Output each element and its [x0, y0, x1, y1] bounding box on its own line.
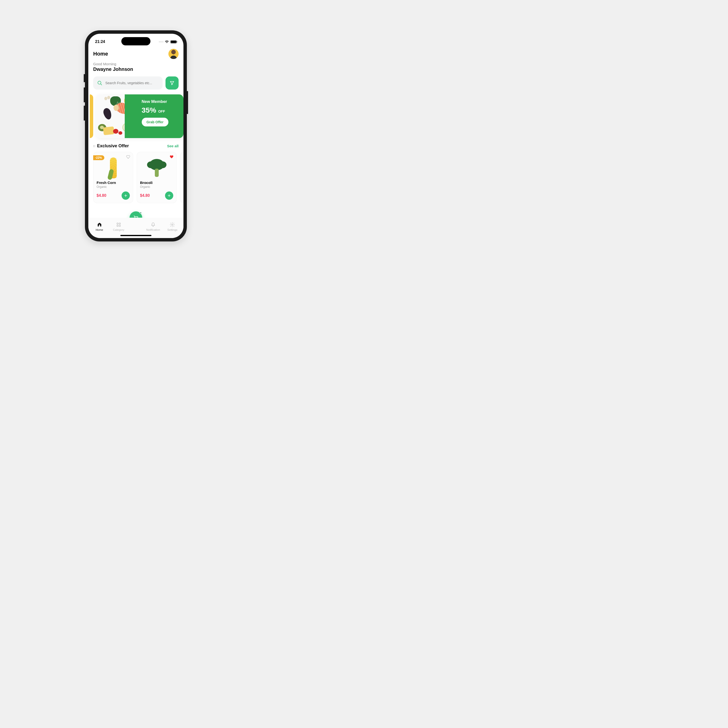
search-input[interactable] — [105, 81, 159, 85]
product-subtitle: Organic — [96, 185, 130, 188]
dynamic-island — [121, 37, 150, 45]
svg-point-9 — [172, 224, 173, 225]
phone-side-button — [187, 91, 188, 114]
grab-offer-button[interactable]: Grab Offer — [142, 118, 168, 127]
bell-icon — [150, 222, 156, 227]
plus-icon — [167, 194, 171, 197]
tab-label: Notification — [146, 228, 160, 231]
svg-point-4 — [99, 225, 100, 225]
tab-settings[interactable]: Settings — [164, 222, 180, 231]
svg-rect-8 — [119, 225, 121, 226]
phone-side-button — [84, 87, 85, 102]
cart-badge-dot — [140, 212, 142, 214]
promo-title: New Member — [142, 99, 184, 104]
search-icon — [97, 80, 102, 86]
gear-icon — [170, 222, 175, 227]
wifi-icon — [165, 40, 169, 43]
promo-carousel[interactable]: New Member 35% OFF Grab Offer — [90, 95, 184, 138]
product-carousel[interactable]: -22% Fresh Corn Organic $4.80 — [93, 152, 184, 203]
heart-outline-icon — [126, 154, 131, 159]
greeting-small: Good Morning — [93, 62, 179, 66]
product-name: Fresh Corn — [96, 180, 130, 185]
section-drag-icon — [93, 145, 95, 147]
search-box[interactable] — [93, 76, 162, 90]
discount-badge: -22% — [93, 155, 104, 160]
promo-discount: 35% OFF — [142, 106, 184, 114]
heart-filled-icon — [170, 154, 174, 159]
home-icon — [97, 222, 102, 227]
tab-home[interactable]: Home — [91, 222, 108, 231]
plus-icon — [124, 194, 128, 197]
home-indicator — [120, 235, 151, 236]
svg-line-1 — [101, 84, 102, 85]
greeting-name: Dwayne Johnson — [93, 66, 179, 72]
product-name: Brocoli — [140, 180, 173, 185]
category-icon — [116, 222, 121, 227]
page-title: Home — [93, 51, 108, 57]
favorite-button[interactable] — [170, 154, 174, 159]
svg-rect-7 — [117, 225, 118, 226]
phone-side-button — [84, 74, 85, 82]
status-time: 21:24 — [95, 40, 105, 44]
svg-rect-6 — [119, 223, 121, 225]
product-subtitle: Organic — [140, 185, 173, 188]
tab-label: Home — [96, 228, 103, 231]
add-to-cart-button[interactable] — [122, 191, 130, 200]
screen: 21:24 Home Good Morning Dwayne Johnson — [88, 34, 184, 238]
promo-card[interactable]: New Member 35% OFF Grab Offer — [96, 95, 184, 138]
phone-frame: 21:24 Home Good Morning Dwayne Johnson — [85, 30, 187, 242]
add-to-cart-button[interactable] — [165, 191, 173, 200]
product-price: $4.80 — [96, 193, 106, 198]
product-card[interactable]: Brocoli Organic $4.80 — [137, 152, 177, 203]
section-title: Exclusive Offer — [93, 144, 129, 148]
svg-rect-5 — [117, 223, 118, 225]
product-card[interactable]: -22% Fresh Corn Organic $4.80 — [93, 152, 133, 203]
battery-icon — [170, 40, 177, 43]
tab-notification[interactable]: Notification — [145, 222, 161, 231]
product-card[interactable]: Pomelo F Organic $4.80 — [180, 152, 184, 203]
tab-category[interactable]: Category — [110, 222, 127, 231]
filter-icon — [170, 80, 175, 86]
see-all-link[interactable]: See all — [167, 144, 179, 148]
product-image — [140, 157, 173, 179]
tab-label: Settings — [167, 228, 177, 231]
product-price: $4.80 — [140, 193, 150, 198]
promo-card-prev-peek[interactable] — [90, 95, 93, 138]
phone-side-button — [84, 106, 85, 121]
tab-label: Category — [113, 228, 124, 231]
cellular-dots-icon — [159, 41, 163, 42]
avatar[interactable] — [168, 49, 179, 59]
favorite-button[interactable] — [126, 154, 131, 159]
filter-button[interactable] — [165, 76, 179, 90]
